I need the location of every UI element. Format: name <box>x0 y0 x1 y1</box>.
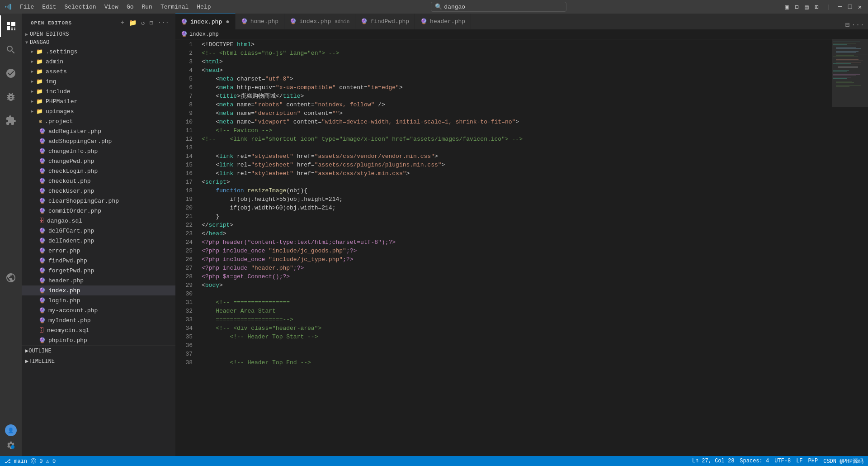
tree-item-index[interactable]: 🔮 index.php <box>22 285 175 295</box>
collapse-button[interactable]: ⊟ <box>148 18 154 28</box>
split-editor-button[interactable]: ⊟ <box>845 20 850 29</box>
encoding-status[interactable]: UTF-8 <box>774 458 791 464</box>
search-icon: 🔍 <box>435 3 442 10</box>
language-status[interactable]: PHP <box>808 458 818 464</box>
tree-item-checklogin[interactable]: 🔮 checkLogin.php <box>22 166 175 176</box>
search-bar[interactable]: 🔍 dangao <box>431 2 566 12</box>
more-tabs-button[interactable]: ··· <box>851 21 864 29</box>
tab-index-admin[interactable]: 🔮 index.php admin <box>284 14 355 29</box>
layout-icon-3[interactable]: ▤ <box>803 3 810 10</box>
open-editors-section[interactable]: ▶ OPEN EDITORS <box>22 30 175 38</box>
tree-item-error[interactable]: 🔮 error.php <box>22 246 175 256</box>
tree-item-label: dangao.sql <box>47 218 82 224</box>
tree-item-findpwd[interactable]: 🔮 findPwd.php <box>22 256 175 266</box>
tree-item-myaccount[interactable]: 🔮 my-account.php <box>22 305 175 315</box>
menu-terminal[interactable]: Terminal <box>157 3 192 11</box>
line-number: 9 <box>175 109 193 118</box>
new-folder-button[interactable]: 📁 <box>128 18 137 28</box>
code-line: <!-- Header Top Start --> <box>202 333 832 341</box>
tree-item-login[interactable]: 🔮 login.php <box>22 295 175 305</box>
tab-modified-dot[interactable]: ● <box>226 18 229 25</box>
layout-icon-4[interactable]: ⊞ <box>813 3 820 10</box>
tree-item-myindent[interactable]: 🔮 myIndent.php <box>22 315 175 325</box>
branch-status[interactable]: ⎇ main <box>5 458 27 465</box>
outline-toggle[interactable]: ▶ OUTLINE <box>22 346 175 356</box>
close-button[interactable]: ✕ <box>856 3 863 10</box>
tree-item-phpmailer[interactable]: ▶ 📁 PHPMailer <box>22 96 175 106</box>
tree-item-project[interactable]: ⚙ .project <box>22 116 175 126</box>
tree-item-img[interactable]: ▶ 📁 img <box>22 76 175 86</box>
tree-item-neomycinsql[interactable]: 🗄 neomycin.sql <box>22 325 175 335</box>
layout-icon-2[interactable]: ⊟ <box>793 3 800 10</box>
tree-item-assets[interactable]: ▶ 📁 assets <box>22 67 175 76</box>
error-status[interactable]: ⓪ 0 ⚠ 0 <box>31 457 56 465</box>
tree-item-upimages[interactable]: ▶ 📁 upimages <box>22 106 175 116</box>
tab-home-php[interactable]: 🔮 home.php <box>236 14 284 29</box>
tree-item-delgfcart[interactable]: 🔮 delGFCart.php <box>22 226 175 236</box>
activity-remote[interactable] <box>0 267 22 289</box>
tab-header[interactable]: 🔮 header.php <box>415 14 471 29</box>
tree-item-include[interactable]: ▶ 📁 include <box>22 86 175 96</box>
tree-item-forgetpwd[interactable]: 🔮 forgetPwd.php <box>22 266 175 276</box>
new-file-button[interactable]: + <box>120 18 125 28</box>
tree-item-header[interactable]: 🔮 header.php <box>22 276 175 285</box>
folder-icon: 📁 <box>36 98 43 105</box>
tree-item-commitorder[interactable]: 🔮 commitOrder.php <box>22 206 175 216</box>
layout-icon-1[interactable]: ▣ <box>783 3 790 10</box>
eol-status[interactable]: LF <box>796 458 802 464</box>
tree-item-settings[interactable]: ▶ 📁 .settings <box>22 47 175 57</box>
menu-help[interactable]: Help <box>193 3 214 11</box>
menu-view[interactable]: View <box>101 3 122 11</box>
tab-label: header.php <box>430 18 465 25</box>
tab-findpwd[interactable]: 🔮 findPwd.php <box>355 14 415 29</box>
svg-rect-4 <box>836 47 856 48</box>
spaces-status[interactable]: Spaces: 4 <box>740 458 769 464</box>
tree-item-admin[interactable]: ▶ 📁 admin <box>22 57 175 67</box>
tree-item-phpinfo[interactable]: 🔮 phpinfo.php <box>22 335 175 345</box>
tree-item-clearshoppingcar[interactable]: 🔮 clearShoppingCar.php <box>22 196 175 206</box>
code-line: <meta name="viewport" content="width=dev… <box>202 118 832 126</box>
tab-index-php[interactable]: 🔮 index.php ● <box>175 14 236 29</box>
timeline-label: TIMELINE <box>28 358 55 365</box>
more-options-button[interactable]: ··· <box>157 18 170 28</box>
breadcrumb-item[interactable]: index.php <box>189 31 219 38</box>
code-editor[interactable]: <!DOCTYPE html><!-- <html class="no-js" … <box>198 39 832 456</box>
menu-edit[interactable]: Edit <box>38 3 60 11</box>
cursor-position[interactable]: Ln 27, Col 28 <box>692 458 735 464</box>
tree-item-checkout[interactable]: 🔮 checkout.php <box>22 176 175 186</box>
refresh-button[interactable]: ↺ <box>140 18 146 28</box>
activity-extensions[interactable] <box>0 109 22 131</box>
maximize-button[interactable]: □ <box>846 3 854 10</box>
php-file-icon: 🔮 <box>39 277 46 284</box>
tree-item-dangaosql[interactable]: 🗄 dangao.sql <box>22 216 175 226</box>
menu-go[interactable]: Go <box>123 3 137 11</box>
tree-item-changeinfo[interactable]: 🔮 changeInfo.php <box>22 146 175 156</box>
php-file-icon: 🔮 <box>39 128 46 135</box>
code-line: <meta name="robots" content="noindex, fo… <box>202 100 832 109</box>
php-file-icon: 🔮 <box>39 228 46 234</box>
php-file-icon: 🔮 <box>39 168 46 175</box>
dangao-section[interactable]: ▼ DANGAO <box>22 38 175 47</box>
tree-item-addregister[interactable]: 🔮 addRegister.php <box>22 126 175 136</box>
code-line <box>202 143 832 152</box>
tree-item-changepwd[interactable]: 🔮 changePwd.php <box>22 156 175 166</box>
tab-file-icon: 🔮 <box>181 19 188 25</box>
svg-rect-28 <box>836 82 854 83</box>
activity-debug[interactable] <box>0 86 22 108</box>
activity-explorer[interactable] <box>0 15 22 37</box>
tree-item-checkuser[interactable]: 🔮 checkUser.php <box>22 186 175 196</box>
avatar[interactable]: 👤 <box>5 424 17 436</box>
tree-item-label: header.php <box>48 277 84 284</box>
activity-git[interactable] <box>0 62 22 84</box>
code-line: <head> <box>202 66 832 75</box>
tree-item-delindent[interactable]: 🔮 delIndent.php <box>22 236 175 246</box>
menu-run[interactable]: Run <box>138 3 156 11</box>
activity-search[interactable] <box>0 39 22 61</box>
tree-item-addshoppingcar[interactable]: 🔮 addShoppingCar.php <box>22 136 175 146</box>
svg-rect-8 <box>836 52 856 53</box>
timeline-toggle[interactable]: ▶ TIMELINE <box>22 356 175 366</box>
minimize-button[interactable]: ─ <box>836 3 844 10</box>
menu-selection[interactable]: Selection <box>61 3 99 11</box>
activity-settings[interactable] <box>4 438 18 452</box>
menu-file[interactable]: File <box>16 3 38 11</box>
